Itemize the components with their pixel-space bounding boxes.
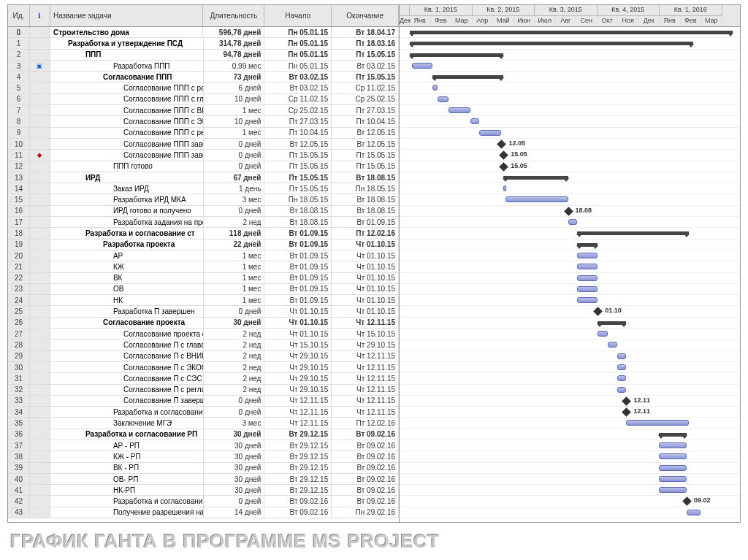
- task-start[interactable]: Пт 15.05.15: [264, 150, 332, 160]
- task-start[interactable]: Вт 01.09.15: [264, 250, 332, 261]
- task-row[interactable]: 17Разработка задания на проектир2 недВт …: [8, 217, 399, 228]
- task-duration[interactable]: 73 дней: [204, 72, 265, 82]
- task-duration[interactable]: 314,78 дней: [204, 38, 265, 48]
- task-name[interactable]: Получение разрешения на строи: [50, 507, 204, 518]
- task-bar[interactable]: [598, 331, 607, 337]
- task-name[interactable]: Разработка и согласование РП: [50, 429, 204, 440]
- task-name[interactable]: Согласование ППП с раи: [50, 83, 204, 93]
- task-name[interactable]: Согласование ППП заве: [50, 150, 204, 160]
- task-finish[interactable]: Чт 12.11.15: [332, 362, 399, 372]
- task-duration[interactable]: 2 нед: [204, 217, 265, 227]
- task-name[interactable]: Разработка П завершен: [50, 306, 204, 316]
- task-row[interactable]: 3▣Разработка ППП0,99 месПн 05.01.15Вт 03…: [8, 61, 399, 72]
- task-name[interactable]: Согласование ППП: [50, 72, 204, 82]
- task-finish[interactable]: Чт 12.11.15: [332, 396, 399, 406]
- task-bar[interactable]: [577, 275, 598, 281]
- task-finish[interactable]: Вт 18.08.15: [332, 206, 399, 216]
- task-bar[interactable]: [438, 96, 448, 102]
- task-finish[interactable]: Вт 09.02.16: [332, 485, 399, 495]
- task-bar[interactable]: [577, 297, 598, 303]
- task-duration[interactable]: 1 мес: [204, 128, 265, 138]
- task-name[interactable]: Заказ ИРД: [50, 183, 204, 193]
- task-row[interactable]: 39ВК - РП30 днейВт 29.12.15Вт 09.02.16: [8, 463, 399, 474]
- task-finish[interactable]: Вт 18.08.15: [332, 172, 399, 183]
- task-finish[interactable]: Пн 29.02.16: [332, 507, 399, 518]
- task-finish[interactable]: Чт 01.10.15: [332, 250, 399, 261]
- task-start[interactable]: Вт 03.02.15: [264, 72, 332, 82]
- gantt-body[interactable]: 12.0515.0515.0518.0801.1012.1112.1109.02: [400, 27, 740, 522]
- task-bar[interactable]: [617, 364, 626, 370]
- task-row[interactable]: 4Согласование ППП73 днейВт 03.02.15Пт 15…: [8, 72, 399, 83]
- task-duration[interactable]: 0 дней: [204, 496, 265, 506]
- task-row[interactable]: 14Заказ ИРД1 деньПт 15.05.15Пн 18.05.15: [8, 183, 399, 194]
- task-finish[interactable]: Ср 11.02.15: [332, 83, 399, 93]
- task-row[interactable]: 21КЖ1 месВт 01.09.15Чт 01.10.15: [8, 261, 399, 272]
- task-finish[interactable]: Вт 03.02.15: [332, 61, 399, 71]
- col-indicator[interactable]: ℹ: [30, 5, 50, 26]
- task-start[interactable]: Ср 11.02.15: [264, 94, 332, 104]
- task-start[interactable]: Чт 12.11.15: [264, 396, 332, 406]
- task-finish[interactable]: Пт 15.05.15: [332, 72, 399, 82]
- task-finish[interactable]: Пт 27.03.15: [332, 105, 399, 115]
- task-name[interactable]: Заключение МГЭ: [50, 418, 204, 428]
- task-start[interactable]: Чт 29.10.15: [264, 362, 332, 372]
- task-start[interactable]: Пн 05.01.15: [264, 50, 332, 60]
- task-name[interactable]: АР: [50, 250, 204, 261]
- task-finish[interactable]: Пт 15.05.15: [332, 50, 399, 60]
- task-row[interactable]: 19Разработка проекта22 днейВт 01.09.15Чт…: [8, 239, 399, 250]
- task-finish[interactable]: Вт 09.02.16: [332, 496, 399, 506]
- task-start[interactable]: Вт 01.09.15: [264, 295, 332, 305]
- task-name[interactable]: Согласование ППП с ЭК: [50, 116, 204, 126]
- col-start[interactable]: Начало: [264, 5, 332, 26]
- task-name[interactable]: ППП: [50, 50, 204, 60]
- task-name[interactable]: Согласование проекта: [50, 318, 204, 328]
- task-bar[interactable]: [608, 342, 617, 348]
- task-finish[interactable]: Чт 01.10.15: [332, 273, 399, 283]
- task-duration[interactable]: 0 дней: [204, 407, 265, 417]
- task-duration[interactable]: 67 дней: [204, 172, 265, 183]
- task-start[interactable]: Чт 29.10.15: [264, 385, 332, 395]
- task-start[interactable]: Чт 12.11.15: [264, 407, 332, 417]
- col-id[interactable]: Ид.: [8, 5, 30, 26]
- task-start[interactable]: Вт 29.12.15: [264, 429, 332, 440]
- task-name[interactable]: НК-РП: [50, 485, 204, 495]
- task-start[interactable]: Пт 10.04.15: [264, 128, 332, 138]
- task-finish[interactable]: Чт 01.10.15: [332, 284, 399, 294]
- task-name[interactable]: ИРД: [50, 172, 204, 183]
- task-duration[interactable]: 2 нед: [204, 329, 265, 339]
- task-row[interactable]: 38КЖ - РП30 днейВт 29.12.15Вт 09.02.16: [8, 451, 399, 462]
- milestone-icon[interactable]: [682, 497, 692, 507]
- task-duration[interactable]: 118 дней: [204, 228, 265, 238]
- task-start[interactable]: Чт 12.11.15: [264, 418, 332, 428]
- task-name[interactable]: ОВ: [50, 284, 204, 294]
- task-duration[interactable]: 3 мес: [204, 194, 265, 204]
- task-start[interactable]: Вт 29.12.15: [264, 485, 332, 495]
- task-bar[interactable]: [432, 85, 438, 91]
- task-bar[interactable]: [503, 185, 506, 191]
- task-row[interactable]: 16ИРД готово и получено0 днейВт 18.08.15…: [8, 206, 399, 217]
- task-name[interactable]: Согласование ППП с рег: [50, 128, 204, 138]
- task-start[interactable]: Вт 03.02.15: [264, 83, 332, 93]
- task-name[interactable]: НК: [50, 295, 204, 305]
- task-row[interactable]: 36Разработка и согласование РП30 днейВт …: [8, 429, 399, 440]
- task-duration[interactable]: 10 дней: [204, 116, 265, 126]
- summary-bar[interactable]: [410, 53, 503, 57]
- task-name[interactable]: Согласование ППП с ВН: [50, 105, 204, 115]
- task-row[interactable]: 13ИРД67 днейПт 15.05.15Вт 18.08.15: [8, 172, 399, 183]
- task-name[interactable]: Разработка ИРД МКА: [50, 194, 204, 204]
- task-start[interactable]: Пт 15.05.15: [264, 172, 332, 183]
- task-row[interactable]: 5Согласование ППП с раи6 днейВт 03.02.15…: [8, 83, 399, 93]
- task-duration[interactable]: 30 дней: [204, 474, 265, 484]
- task-row[interactable]: 34Разработка и согласование П0 днейЧт 12…: [8, 407, 399, 418]
- task-start[interactable]: Пн 18.05.15: [264, 194, 332, 204]
- task-duration[interactable]: 10 дней: [204, 94, 265, 104]
- task-bar[interactable]: [617, 387, 626, 393]
- task-finish[interactable]: Вт 09.02.16: [332, 429, 399, 440]
- task-finish[interactable]: Вт 09.02.16: [332, 440, 399, 450]
- task-name[interactable]: Разработка ППП: [50, 61, 204, 71]
- task-row[interactable]: 41НК-РП30 днейВт 29.12.15Вт 09.02.16: [8, 485, 399, 496]
- task-finish[interactable]: Пт 18.03.16: [332, 38, 399, 48]
- task-row[interactable]: 33Согласование П заверш0 днейЧт 12.11.15…: [8, 396, 399, 407]
- task-start[interactable]: Чт 01.10.15: [264, 318, 332, 328]
- milestone-icon[interactable]: [499, 162, 508, 172]
